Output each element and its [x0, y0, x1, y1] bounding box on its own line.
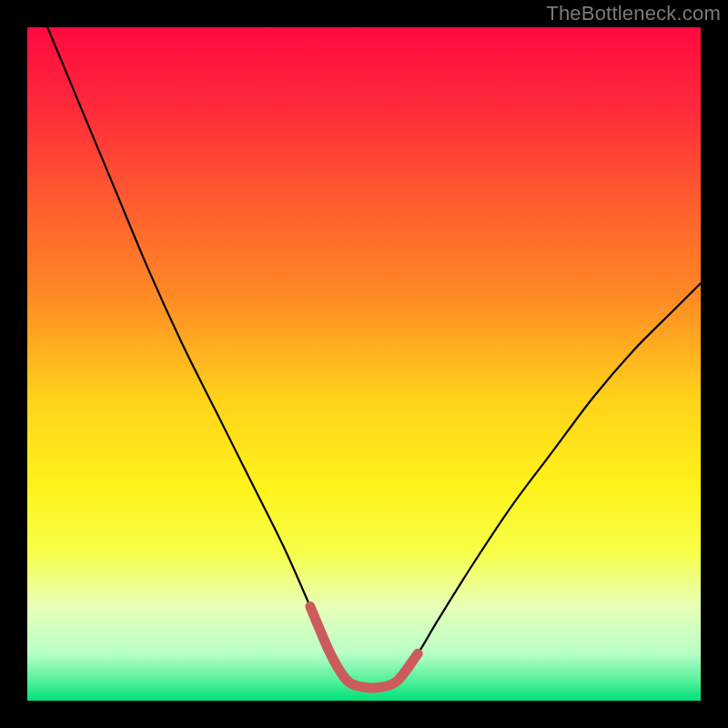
chart-svg [27, 27, 701, 701]
watermark-label: TheBottleneck.com [546, 2, 721, 25]
plot-area [27, 27, 701, 701]
gradient-background [27, 27, 701, 701]
chart-frame: TheBottleneck.com [0, 0, 728, 728]
